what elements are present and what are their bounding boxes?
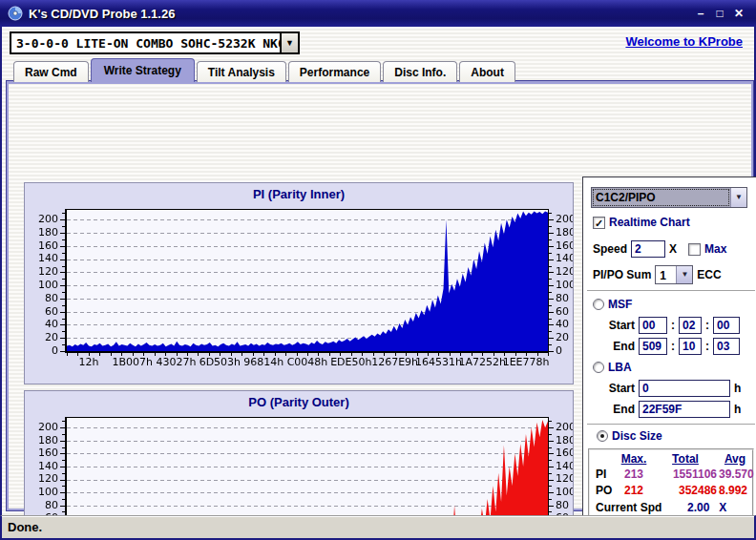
minimize-icon[interactable]: –: [691, 7, 710, 20]
lba-radio[interactable]: [593, 362, 604, 373]
drive-selector-value: 3-0-0-0 LITE-ON COMBO SOHC-5232K NK07: [11, 33, 280, 52]
welcome-link[interactable]: Welcome to KProbe: [625, 34, 743, 49]
pi-avg-value: 39.570: [718, 467, 752, 481]
msf-radio[interactable]: [593, 299, 604, 310]
po-max-value: 212: [615, 484, 653, 497]
msf-end-min-input[interactable]: [639, 338, 667, 355]
status-bar: Done.: [0, 515, 756, 540]
drive-selector[interactable]: 3-0-0-0 LITE-ON COMBO SOHC-5232K NK07 ▼: [10, 31, 300, 54]
title-bar: K's CD/DVD Probe 1.1.26 – □ ✕: [0, 0, 756, 27]
msf-end-sec-input[interactable]: [679, 338, 702, 355]
time-separator: :: [671, 340, 675, 353]
msf-start-min-input[interactable]: [639, 317, 667, 334]
po-stats-row: PO 212 352486 8.992: [590, 484, 752, 497]
tab-write-strategy[interactable]: Write Strategy: [91, 58, 195, 82]
pi-chart-canvas: [25, 202, 573, 384]
msf-start-sec-input[interactable]: [679, 317, 702, 334]
pi-stats-row: PI 213 1551106 39.570: [590, 467, 752, 481]
tab-tilt-analysis[interactable]: Tilt Analysis: [197, 61, 286, 82]
max-checkbox[interactable]: [688, 243, 701, 256]
mode-select[interactable]: C1C2/PIPO ▼: [591, 187, 747, 208]
max-label: Max: [704, 242, 726, 256]
status-text: Done.: [8, 520, 42, 534]
time-separator: :: [705, 340, 709, 353]
pipo-sum-select[interactable]: 1 ▼: [655, 265, 693, 284]
speed-label: Speed: [593, 242, 627, 256]
pipo-sum-value: 1: [656, 266, 676, 283]
pi-chart-title: PI (Parity Inner): [25, 183, 573, 202]
pi-max-value: 213: [615, 467, 653, 481]
mode-select-value: C1C2/PIPO: [592, 188, 730, 207]
maximize-icon[interactable]: □: [710, 7, 729, 20]
pi-row-label: PI: [590, 467, 615, 481]
pipo-sum-label: PI/PO Sum: [593, 268, 651, 281]
tab-raw-cmd[interactable]: Raw Cmd: [13, 61, 89, 82]
pi-total-value: 1551106: [653, 467, 718, 481]
disc-size-label: Disc Size: [612, 429, 662, 443]
tab-about[interactable]: About: [459, 61, 515, 82]
realtime-chart-label: Realtime Chart: [609, 216, 690, 229]
stats-header-max: Max.: [615, 452, 653, 466]
lba-label: LBA: [608, 361, 632, 374]
tab-performance[interactable]: Performance: [288, 61, 381, 82]
divider: [587, 290, 755, 292]
tab-bar: Raw CmdWrite StrategyTilt AnalysisPerfor…: [13, 58, 517, 81]
chevron-down-icon[interactable]: ▼: [280, 33, 298, 52]
stats-header-total: Total: [653, 452, 718, 466]
current-speed-label: Current Spd: [596, 501, 687, 514]
current-speed-row: Current Spd 2.00 X: [596, 501, 752, 514]
msf-start-label: Start: [595, 319, 635, 332]
tab-disc-info[interactable]: Disc Info.: [383, 61, 457, 82]
msf-end-frame-input[interactable]: [713, 338, 740, 355]
lba-start-unit: h: [734, 382, 741, 395]
app-icon: [8, 6, 23, 21]
control-panel: C1C2/PIPO ▼ ✓ Realtime Chart Speed X Max…: [582, 177, 756, 540]
stats-header-avg: Avg: [718, 452, 752, 466]
lba-start-label: Start: [595, 382, 635, 395]
lba-start-input[interactable]: [639, 380, 730, 397]
divider: [587, 424, 755, 426]
app-window: K's CD/DVD Probe 1.1.26 – □ ✕ 3-0-0-0 LI…: [0, 0, 756, 540]
time-separator: :: [671, 319, 675, 332]
close-icon[interactable]: ✕: [729, 7, 748, 20]
msf-end-label: End: [595, 340, 635, 353]
lba-end-input[interactable]: [639, 401, 730, 418]
speed-unit: X: [669, 242, 677, 256]
speed-input[interactable]: [631, 240, 665, 258]
disc-size-radio[interactable]: [597, 430, 608, 442]
current-speed-value: 2.00 X: [687, 501, 752, 514]
po-total-value: 352486: [653, 484, 718, 497]
chevron-down-icon[interactable]: ▼: [730, 188, 746, 207]
pi-chart-panel: PI (Parity Inner): [24, 182, 574, 384]
po-row-label: PO: [590, 484, 615, 497]
realtime-chart-checkbox[interactable]: ✓: [593, 217, 605, 229]
msf-label: MSF: [608, 298, 632, 311]
chevron-down-icon[interactable]: ▼: [676, 266, 692, 283]
lba-end-label: End: [595, 403, 635, 416]
tab-content-panel: PI (Parity Inner) PO (Parity Outer) C1C2…: [6, 80, 754, 511]
po-avg-value: 8.992: [718, 484, 752, 497]
time-separator: :: [705, 319, 709, 332]
lba-end-unit: h: [734, 403, 741, 416]
po-chart-title: PO (Parity Outer): [25, 391, 573, 410]
ecc-label: ECC: [697, 268, 721, 281]
msf-start-frame-input[interactable]: [713, 317, 740, 334]
window-title: K's CD/DVD Probe 1.1.26: [29, 7, 691, 21]
